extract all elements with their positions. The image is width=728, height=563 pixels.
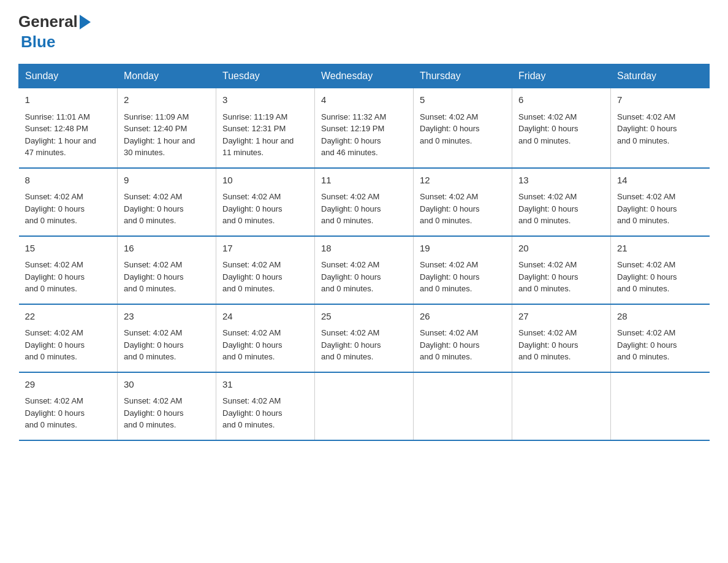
day-number: 5 xyxy=(420,93,506,107)
calendar-cell: 30Sunset: 4:02 AM Daylight: 0 hours and … xyxy=(118,372,216,440)
day-info: Sunset: 4:02 AM Daylight: 0 hours and 0 … xyxy=(518,259,604,295)
calendar-cell: 29Sunset: 4:02 AM Daylight: 0 hours and … xyxy=(19,372,118,440)
calendar-cell: 4Sunrise: 11:32 AM Sunset: 12:19 PM Dayl… xyxy=(315,88,414,168)
calendar-cell: 15Sunset: 4:02 AM Daylight: 0 hours and … xyxy=(19,236,118,304)
day-number: 10 xyxy=(222,174,308,188)
calendar-cell: 1Sunrise: 11:01 AM Sunset: 12:48 PM Dayl… xyxy=(19,88,118,168)
calendar-cell: 21Sunset: 4:02 AM Daylight: 0 hours and … xyxy=(611,236,710,304)
day-info: Sunset: 4:02 AM Daylight: 0 hours and 0 … xyxy=(124,191,210,227)
calendar-cell: 10Sunset: 4:02 AM Daylight: 0 hours and … xyxy=(216,168,315,236)
day-number: 13 xyxy=(518,174,604,188)
calendar-cell xyxy=(512,372,611,440)
day-number: 8 xyxy=(25,174,112,188)
day-number: 24 xyxy=(222,310,308,324)
day-info: Sunset: 4:02 AM Daylight: 0 hours and 0 … xyxy=(124,395,210,431)
header-day-thursday: Thursday xyxy=(414,64,512,88)
day-number: 27 xyxy=(518,310,604,324)
day-info: Sunset: 4:02 AM Daylight: 0 hours and 0 … xyxy=(617,259,703,295)
day-number: 25 xyxy=(321,310,407,324)
calendar-cell: 14Sunset: 4:02 AM Daylight: 0 hours and … xyxy=(611,168,710,236)
calendar-cell: 5Sunset: 4:02 AM Daylight: 0 hours and 0… xyxy=(414,88,512,168)
day-number: 11 xyxy=(321,174,407,188)
day-number: 21 xyxy=(617,242,703,256)
day-number: 9 xyxy=(124,174,210,188)
week-row-5: 29Sunset: 4:02 AM Daylight: 0 hours and … xyxy=(19,372,710,440)
calendar-cell xyxy=(315,372,414,440)
calendar-table: SundayMondayTuesdayWednesdayThursdayFrid… xyxy=(18,64,710,441)
day-info: Sunset: 4:02 AM Daylight: 0 hours and 0 … xyxy=(420,327,506,363)
day-info: Sunset: 4:02 AM Daylight: 0 hours and 0 … xyxy=(124,259,210,295)
day-info: Sunset: 4:02 AM Daylight: 0 hours and 0 … xyxy=(420,111,506,147)
day-number: 20 xyxy=(518,242,604,256)
calendar-cell: 8Sunset: 4:02 AM Daylight: 0 hours and 0… xyxy=(19,168,118,236)
calendar-cell: 12Sunset: 4:02 AM Daylight: 0 hours and … xyxy=(414,168,512,236)
calendar-cell: 13Sunset: 4:02 AM Daylight: 0 hours and … xyxy=(512,168,611,236)
day-number: 16 xyxy=(124,242,210,256)
calendar-cell: 28Sunset: 4:02 AM Daylight: 0 hours and … xyxy=(611,304,710,372)
calendar-cell: 16Sunset: 4:02 AM Daylight: 0 hours and … xyxy=(118,236,216,304)
calendar-cell: 6Sunset: 4:02 AM Daylight: 0 hours and 0… xyxy=(512,88,611,168)
day-number: 15 xyxy=(25,242,112,256)
day-info: Sunset: 4:02 AM Daylight: 0 hours and 0 … xyxy=(420,191,506,227)
day-number: 31 xyxy=(222,378,308,392)
day-number: 29 xyxy=(25,378,112,392)
logo-blue: Blue xyxy=(21,33,91,52)
calendar-cell: 19Sunset: 4:02 AM Daylight: 0 hours and … xyxy=(414,236,512,304)
header-day-wednesday: Wednesday xyxy=(315,64,414,88)
week-row-1: 1Sunrise: 11:01 AM Sunset: 12:48 PM Dayl… xyxy=(19,88,710,168)
calendar-cell: 11Sunset: 4:02 AM Daylight: 0 hours and … xyxy=(315,168,414,236)
header-day-monday: Monday xyxy=(118,64,216,88)
day-info: Sunset: 4:02 AM Daylight: 0 hours and 0 … xyxy=(321,327,407,363)
day-number: 17 xyxy=(222,242,308,256)
calendar-header: SundayMondayTuesdayWednesdayThursdayFrid… xyxy=(19,64,710,88)
day-info: Sunset: 4:02 AM Daylight: 0 hours and 0 … xyxy=(617,111,703,147)
day-info: Sunset: 4:02 AM Daylight: 0 hours and 0 … xyxy=(420,259,506,295)
calendar-cell xyxy=(414,372,512,440)
logo: General Blue xyxy=(18,12,91,52)
header-day-sunday: Sunday xyxy=(19,64,118,88)
day-number: 18 xyxy=(321,242,407,256)
calendar-cell: 27Sunset: 4:02 AM Daylight: 0 hours and … xyxy=(512,304,611,372)
day-number: 7 xyxy=(617,93,703,107)
day-info: Sunset: 4:02 AM Daylight: 0 hours and 0 … xyxy=(617,327,703,363)
calendar-cell: 3Sunrise: 11:19 AM Sunset: 12:31 PM Dayl… xyxy=(216,88,315,168)
week-row-2: 8Sunset: 4:02 AM Daylight: 0 hours and 0… xyxy=(19,168,710,236)
day-info: Sunset: 4:02 AM Daylight: 0 hours and 0 … xyxy=(25,327,112,363)
calendar-cell: 25Sunset: 4:02 AM Daylight: 0 hours and … xyxy=(315,304,414,372)
header-day-saturday: Saturday xyxy=(611,64,710,88)
day-number: 12 xyxy=(420,174,506,188)
day-number: 22 xyxy=(25,310,112,324)
day-number: 23 xyxy=(124,310,210,324)
calendar-cell: 18Sunset: 4:02 AM Daylight: 0 hours and … xyxy=(315,236,414,304)
day-number: 28 xyxy=(617,310,703,324)
day-number: 6 xyxy=(518,93,604,107)
day-info: Sunset: 4:02 AM Daylight: 0 hours and 0 … xyxy=(25,259,112,295)
calendar-cell: 2Sunrise: 11:09 AM Sunset: 12:40 PM Dayl… xyxy=(118,88,216,168)
day-info: Sunset: 4:02 AM Daylight: 0 hours and 0 … xyxy=(518,327,604,363)
calendar-cell: 22Sunset: 4:02 AM Daylight: 0 hours and … xyxy=(19,304,118,372)
day-info: Sunset: 4:02 AM Daylight: 0 hours and 0 … xyxy=(222,191,308,227)
calendar-cell: 24Sunset: 4:02 AM Daylight: 0 hours and … xyxy=(216,304,315,372)
day-info: Sunset: 4:02 AM Daylight: 0 hours and 0 … xyxy=(222,259,308,295)
day-info: Sunset: 4:02 AM Daylight: 0 hours and 0 … xyxy=(617,191,703,227)
logo-arrow-icon xyxy=(80,15,91,29)
day-number: 4 xyxy=(321,93,407,107)
calendar-cell: 17Sunset: 4:02 AM Daylight: 0 hours and … xyxy=(216,236,315,304)
day-info: Sunset: 4:02 AM Daylight: 0 hours and 0 … xyxy=(321,191,407,227)
day-info: Sunrise: 11:09 AM Sunset: 12:40 PM Dayli… xyxy=(124,111,210,159)
header-day-tuesday: Tuesday xyxy=(216,64,315,88)
day-info: Sunset: 4:02 AM Daylight: 0 hours and 0 … xyxy=(321,259,407,295)
day-info: Sunset: 4:02 AM Daylight: 0 hours and 0 … xyxy=(518,111,604,147)
week-row-4: 22Sunset: 4:02 AM Daylight: 0 hours and … xyxy=(19,304,710,372)
day-number: 19 xyxy=(420,242,506,256)
day-number: 14 xyxy=(617,174,703,188)
day-info: Sunset: 4:02 AM Daylight: 0 hours and 0 … xyxy=(25,191,112,227)
day-info: Sunrise: 11:19 AM Sunset: 12:31 PM Dayli… xyxy=(222,111,308,159)
day-info: Sunrise: 11:32 AM Sunset: 12:19 PM Dayli… xyxy=(321,111,407,159)
day-info: Sunrise: 11:01 AM Sunset: 12:48 PM Dayli… xyxy=(25,111,112,159)
calendar-cell xyxy=(611,372,710,440)
calendar-body: 1Sunrise: 11:01 AM Sunset: 12:48 PM Dayl… xyxy=(19,88,710,440)
day-number: 3 xyxy=(222,93,308,107)
day-number: 1 xyxy=(25,93,112,107)
logo-general: General xyxy=(18,12,78,31)
